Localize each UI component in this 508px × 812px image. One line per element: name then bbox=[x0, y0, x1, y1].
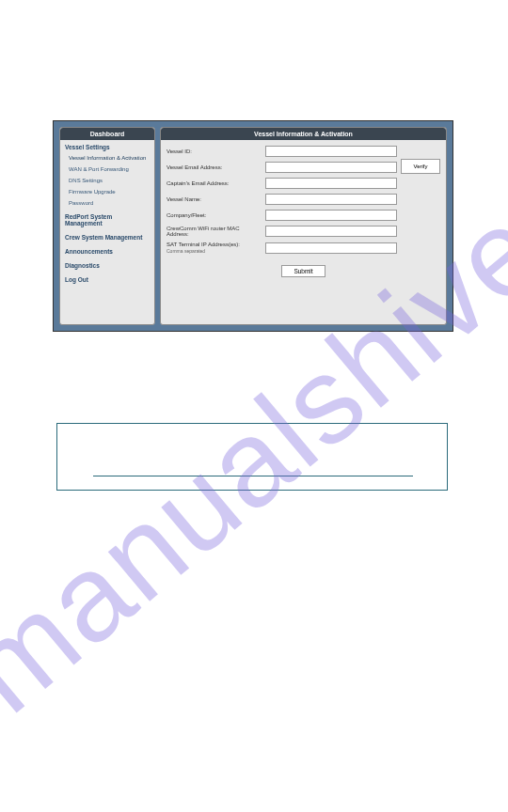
input-captain-email[interactable] bbox=[265, 178, 397, 189]
sidebar-item-announcements[interactable]: Announcements bbox=[60, 243, 154, 258]
main-header: Vessel Information & Activation bbox=[161, 128, 446, 140]
info-box bbox=[56, 423, 448, 491]
input-vessel-name[interactable] bbox=[265, 194, 397, 205]
input-vessel-email[interactable] bbox=[265, 162, 397, 173]
label-vessel-name: Vessel Name: bbox=[167, 196, 262, 202]
verify-column: Verify bbox=[401, 146, 440, 258]
sidebar-item-diagnostics[interactable]: Diagnostics bbox=[60, 258, 154, 272]
form-fields: Vessel ID: Vessel Email Address: Captain… bbox=[167, 146, 397, 258]
label-sat-ip-hint: Comma separated bbox=[167, 248, 262, 254]
verify-button[interactable]: Verify bbox=[401, 159, 440, 174]
info-box-line bbox=[93, 476, 413, 476]
form-area: Vessel ID: Vessel Email Address: Captain… bbox=[161, 140, 446, 262]
sidebar-section-vessel: Vessel Settings bbox=[60, 140, 154, 152]
row-mac-address: CrewComm WiFi router MAC Address: bbox=[167, 226, 397, 237]
input-company-fleet[interactable] bbox=[265, 210, 397, 221]
label-vessel-email: Vessel Email Address: bbox=[167, 164, 262, 170]
label-captain-email: Captain's Email Address: bbox=[167, 180, 262, 186]
sidebar-item-vessel-info[interactable]: Vessel Information & Activation bbox=[60, 152, 154, 164]
app-frame: Dashboard Vessel Settings Vessel Informa… bbox=[53, 120, 453, 332]
row-sat-ip: SAT Terminal IP Address(es): Comma separ… bbox=[167, 242, 397, 254]
input-vessel-id[interactable] bbox=[265, 146, 397, 157]
main-panel: Vessel Information & Activation Vessel I… bbox=[160, 127, 447, 325]
submit-row: Submit bbox=[161, 262, 446, 283]
row-company-fleet: Company/Fleet: bbox=[167, 210, 397, 221]
sidebar-item-redport[interactable]: RedPort System Management bbox=[60, 209, 154, 229]
sidebar-item-crew[interactable]: Crew System Management bbox=[60, 229, 154, 243]
input-mac-address[interactable] bbox=[265, 226, 397, 237]
submit-button[interactable]: Submit bbox=[281, 265, 325, 277]
row-captain-email: Captain's Email Address: bbox=[167, 178, 397, 189]
sidebar-item-firmware[interactable]: Firmware Upgrade bbox=[60, 186, 154, 197]
sidebar-item-dns[interactable]: DNS Settings bbox=[60, 175, 154, 186]
label-vessel-id: Vessel ID: bbox=[167, 148, 262, 154]
input-sat-ip[interactable] bbox=[265, 242, 397, 254]
label-sat-ip: SAT Terminal IP Address(es): Comma separ… bbox=[167, 242, 262, 254]
sidebar-header: Dashboard bbox=[60, 128, 154, 140]
row-vessel-name: Vessel Name: bbox=[167, 194, 397, 205]
label-sat-ip-text: SAT Terminal IP Address(es): bbox=[167, 242, 240, 247]
sidebar-item-logout[interactable]: Log Out bbox=[60, 272, 154, 286]
sidebar-item-password[interactable]: Password bbox=[60, 197, 154, 209]
label-mac-address: CrewComm WiFi router MAC Address: bbox=[167, 226, 262, 237]
watermark: manualshive.com bbox=[0, 3, 508, 740]
row-vessel-id: Vessel ID: bbox=[167, 146, 397, 157]
sidebar: Dashboard Vessel Settings Vessel Informa… bbox=[59, 127, 155, 325]
row-vessel-email: Vessel Email Address: bbox=[167, 162, 397, 173]
label-company-fleet: Company/Fleet: bbox=[167, 212, 262, 218]
sidebar-item-wan[interactable]: WAN & Port Forwarding bbox=[60, 164, 154, 175]
